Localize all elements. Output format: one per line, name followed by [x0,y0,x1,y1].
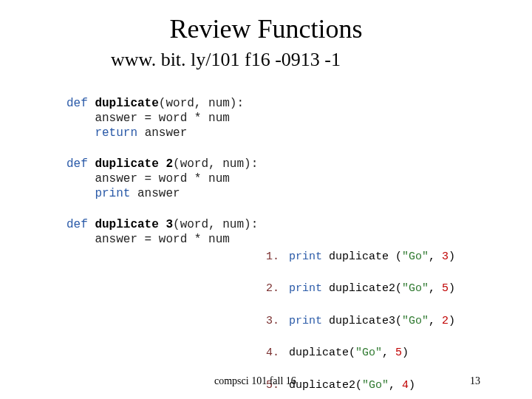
number-literal: 5 [395,347,402,359]
paren: ) [449,250,455,263]
call-fn: duplicate [289,347,349,359]
slide-url: www. bit. ly/101 f16 -0913 -1 [111,49,532,71]
keyword-def: def [66,97,95,110]
call-fn: duplicate [329,250,395,263]
paren: ( [395,250,402,263]
line-number: 2. [266,281,282,297]
call-line: 2. print duplicate2("Go", 5) [266,281,455,297]
print-value: answer [137,187,180,200]
paren: ( [395,315,402,327]
keyword-print: print [289,315,329,327]
keyword-def: def [66,157,95,171]
def-duplicate: def duplicate(word, num): answer = word … [66,96,258,140]
string-literal: "Go" [402,315,429,327]
paren: ( [395,282,402,295]
string-literal: "Go" [402,250,429,263]
line-number: 1. [266,249,282,265]
number-literal: 2 [442,315,449,327]
params: (word, num): [173,157,258,171]
paren: ( [349,347,355,359]
call-line: 1. print duplicate ("Go", 3) [266,249,455,265]
func-name: duplicate 2 [95,157,173,171]
def-duplicate3: def duplicate 3(word, num): answer = wor… [66,217,258,247]
string-literal: "Go" [402,282,429,295]
def-duplicate2: def duplicate 2(word, num): answer = wor… [66,157,258,201]
slide-title: Review Functions [0,13,532,44]
paren: ) [449,282,455,295]
line-number: 3. [266,313,282,330]
call-line: 4. duplicate("Go", 5) [266,345,455,361]
return-value: answer [145,126,188,140]
call-line: 3. print duplicate3("Go", 2) [266,313,455,330]
params: (word, num): [159,97,244,110]
string-literal: "Go" [355,347,382,359]
sep: , [429,282,442,295]
func-name: duplicate 3 [95,218,173,231]
func-name: duplicate [95,97,158,110]
call-fn: duplicate3 [329,315,395,327]
paren: ) [402,347,409,359]
paren: ( [355,379,362,392]
number-literal: 3 [442,250,449,263]
code-calls: 1. print duplicate ("Go", 3) 2. print du… [266,233,455,399]
paren: ) [409,379,415,392]
code-line: answer = word * num [66,172,230,185]
string-literal: "Go" [362,379,389,392]
keyword-print: print [289,282,329,295]
sep: , [389,379,402,392]
footer-course: compsci 101 fall 16 [214,375,296,387]
number-literal: 5 [442,282,449,295]
footer-page-number: 13 [470,375,480,387]
sep: , [382,347,395,359]
keyword-def: def [66,218,95,231]
sep: , [429,315,442,327]
keyword-return: return [66,126,145,140]
code-line: answer = word * num [66,112,230,125]
call-fn: duplicate2 [289,379,355,392]
code-definitions: def duplicate(word, num): answer = word … [66,96,258,263]
params: (word, num): [173,218,258,231]
line-number: 4. [266,345,282,361]
paren: ) [449,315,455,327]
call-fn: duplicate2 [329,282,395,295]
code-line: answer = word * num [66,233,230,246]
keyword-print: print [66,187,137,200]
number-literal: 4 [402,379,409,392]
keyword-print: print [289,250,329,263]
sep: , [429,250,442,263]
